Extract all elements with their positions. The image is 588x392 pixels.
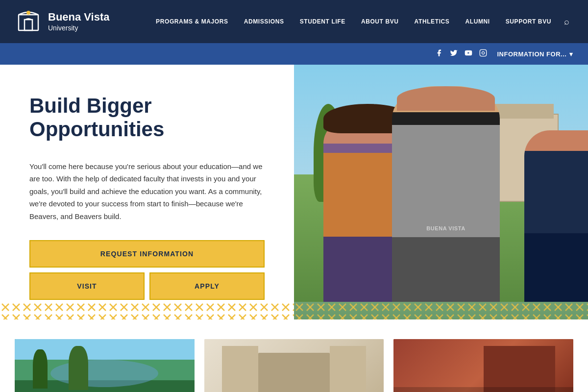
search-icon[interactable]: ⌕ — [560, 13, 573, 31]
logo-name-sub: University — [48, 24, 110, 32]
nav-item-about[interactable]: ABOUT BVU — [354, 13, 406, 30]
instagram-icon[interactable] — [479, 49, 487, 59]
card-2[interactable] — [204, 339, 384, 392]
svg-rect-5 — [480, 49, 487, 56]
svg-rect-1 — [19, 15, 38, 30]
hero-content: Build Bigger Opportunities You'll come h… — [0, 65, 294, 319]
logo-name-main: Buena Vista — [48, 11, 110, 24]
svg-rect-12 — [0, 302, 294, 319]
info-for-dropdown[interactable]: INFORMATION FOR... ▾ — [497, 50, 573, 58]
request-information-button[interactable]: REQUEST INFORMATION — [29, 240, 265, 268]
hero-title: Build Bigger Opportunities — [29, 94, 265, 142]
secondary-bar: INFORMATION FOR... ▾ — [0, 43, 588, 65]
hero-image: BUENA VISTA — [294, 65, 588, 319]
logo-text: Buena Vista University — [48, 11, 110, 32]
card-1[interactable] — [15, 339, 195, 392]
bottom-cards-section — [0, 319, 588, 392]
nav-item-programs[interactable]: PROGRAMS & MAJORS — [149, 13, 235, 30]
nav-item-support[interactable]: SUPPORT BVU — [499, 13, 558, 30]
nav-item-alumni[interactable]: ALUMNI — [458, 13, 496, 30]
logo[interactable]: Buena Vista University — [15, 8, 110, 35]
secondary-buttons: VISIT APPLY — [29, 272, 265, 300]
svg-rect-2 — [24, 20, 32, 30]
info-for-label: INFORMATION FOR... — [497, 50, 566, 58]
hero-section: Build Bigger Opportunities You'll come h… — [0, 65, 588, 319]
nav-item-student-life[interactable]: STUDENT LIFE — [293, 13, 352, 30]
logo-icon — [15, 8, 42, 35]
hero-body: You'll come here because you're serious … — [29, 160, 265, 223]
main-nav: Buena Vista University PROGRAMS & MAJORS… — [0, 0, 588, 43]
apply-button[interactable]: APPLY — [149, 272, 265, 300]
hero-photo: BUENA VISTA — [294, 65, 588, 319]
twitter-icon[interactable] — [450, 49, 458, 59]
cta-buttons: REQUEST INFORMATION VISIT APPLY — [29, 240, 265, 300]
facebook-icon[interactable] — [435, 49, 443, 59]
social-icons — [435, 49, 487, 59]
svg-point-3 — [26, 11, 30, 15]
nav-item-athletics[interactable]: ATHLETICS — [408, 13, 457, 30]
svg-rect-9 — [294, 302, 588, 319]
chevron-down-icon: ▾ — [569, 50, 573, 58]
card-3[interactable] — [393, 339, 573, 392]
youtube-icon[interactable] — [465, 49, 472, 59]
cards-row — [15, 339, 573, 392]
nav-menu: PROGRAMS & MAJORS ADMISSIONS STUDENT LIF… — [149, 13, 573, 31]
visit-button[interactable]: VISIT — [29, 272, 145, 300]
nav-item-admissions[interactable]: ADMISSIONS — [237, 13, 291, 30]
